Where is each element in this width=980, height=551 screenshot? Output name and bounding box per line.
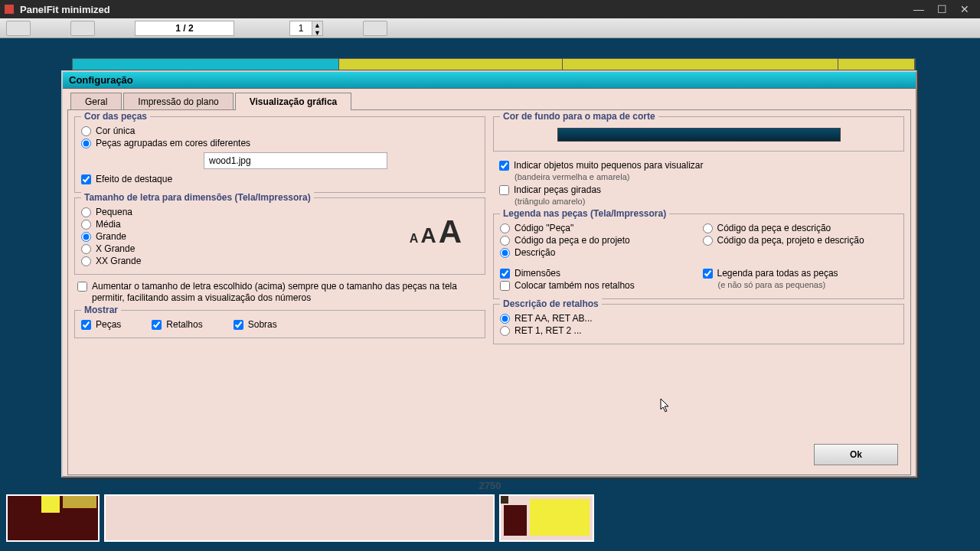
group-fonte: Tamanho de letra para dimensões (Tela/Im…: [74, 197, 485, 275]
check-mostrar-pecas[interactable]: Peças: [81, 319, 121, 331]
check-mostrar-retalhos[interactable]: Retalhos: [152, 319, 202, 331]
titlebar: PanelFit minimized — ☐ ✕: [0, 0, 980, 18]
radio-codigo-proj-desc[interactable]: Código da peça, projeto e descrição: [703, 235, 898, 246]
tool-button-3[interactable]: [363, 21, 387, 36]
legend-cor-pecas: Cor das peças: [81, 111, 150, 122]
tool-button-2[interactable]: [70, 21, 95, 36]
thumbnail-3[interactable]: [499, 494, 594, 542]
minimize-button[interactable]: —: [908, 2, 929, 16]
group-fundo: Cor de fundo para o mapa de corte: [493, 116, 904, 152]
page-indicator[interactable]: 1 / 2: [135, 21, 234, 36]
font-sample-icon: A A A: [410, 214, 462, 250]
tab-geral[interactable]: Geral: [70, 93, 122, 110]
sub-giradas: (triângulo amarelo): [514, 197, 898, 206]
check-indicar-giradas[interactable]: Indicar peças giradas: [499, 184, 898, 196]
legend-fundo: Cor de fundo para o mapa de corte: [500, 111, 658, 122]
tool-button-1[interactable]: [6, 21, 31, 36]
check-retalhos-leg[interactable]: Colocar também nos retalhos: [500, 280, 695, 292]
check-indicar-pequenos[interactable]: Indicar objetos muito pequenos para visu…: [499, 160, 898, 171]
check-aumentar[interactable]: Aumentar o tamanho de letra escolhido (a…: [77, 281, 482, 304]
radio-descricao[interactable]: Descrição: [500, 247, 695, 259]
tab-visualizacao[interactable]: Visualização gráfica: [235, 93, 352, 110]
toolbar: 1 / 2 1▲▼: [0, 18, 980, 38]
maximize-button[interactable]: ☐: [931, 2, 952, 16]
legend-desc-ret: Descrição de retalhos: [500, 298, 602, 309]
legend-legenda: Legenda nas peças (Tela/Impressora): [500, 208, 669, 219]
check-mostrar-sobras[interactable]: Sobras: [234, 319, 277, 331]
check-dimensoes[interactable]: Dimensões: [500, 268, 695, 279]
group-mostrar: Mostrar Peças Retalhos Sobras: [74, 310, 485, 338]
dialog-title: Configuração: [63, 72, 916, 89]
legend-mostrar: Mostrar: [81, 305, 121, 315]
texture-field[interactable]: wood1.jpg: [204, 152, 387, 169]
group-legenda: Legenda nas peças (Tela/Impressora) Códi…: [493, 214, 904, 299]
tab-impressao[interactable]: Impressão do plano: [123, 93, 233, 110]
radio-codigo-projeto[interactable]: Código da peça e do projeto: [500, 235, 695, 246]
group-desc-retalhos: Descrição de retalhos RET AA, RET AB... …: [493, 304, 904, 344]
config-dialog: Configuração Geral Impressão do plano Vi…: [61, 70, 917, 478]
app-icon: [5, 5, 14, 14]
radio-cor-diferentes[interactable]: Peças agrupadas em cores diferentes: [81, 138, 479, 149]
footer-dimension: 2750: [479, 480, 501, 491]
panel-strip: [72, 58, 916, 70]
bgcolor-picker[interactable]: [557, 128, 841, 142]
thumbnail-1[interactable]: [6, 494, 100, 542]
radio-ret-num[interactable]: RET 1, RET 2 ...: [500, 325, 897, 337]
check-todas[interactable]: Legenda para todas as peças: [703, 268, 898, 279]
legend-fonte: Tamanho de letra para dimensões (Tela/Im…: [81, 192, 314, 203]
check-destaque[interactable]: Efeito de destaque: [81, 174, 479, 185]
ok-button[interactable]: Ok: [814, 444, 898, 465]
tab-panel: Cor das peças Cor única Peças agrupadas …: [67, 109, 911, 475]
tab-bar: Geral Impressão do plano Visualização gr…: [70, 92, 916, 109]
number-stepper[interactable]: 1▲▼: [289, 21, 323, 36]
thumbnail-2[interactable]: [104, 494, 495, 542]
radio-codigo-peca[interactable]: Código "Peça": [500, 223, 695, 234]
window-title: PanelFit minimized: [20, 4, 906, 15]
close-button[interactable]: ✕: [954, 2, 975, 16]
radio-xxgrande[interactable]: XX Grande: [81, 256, 479, 267]
radio-codigo-desc[interactable]: Código da peça e descrição: [703, 223, 898, 234]
group-cor-pecas: Cor das peças Cor única Peças agrupadas …: [74, 116, 485, 193]
radio-ret-aa[interactable]: RET AA, RET AB...: [500, 313, 897, 324]
thumbnail-strip: [6, 494, 594, 542]
sub-pequenos: (bandeira vermelha e amarela): [514, 172, 898, 181]
sub-todas: (e não só para as pequenas): [718, 280, 898, 289]
radio-cor-unica[interactable]: Cor única: [81, 126, 479, 137]
